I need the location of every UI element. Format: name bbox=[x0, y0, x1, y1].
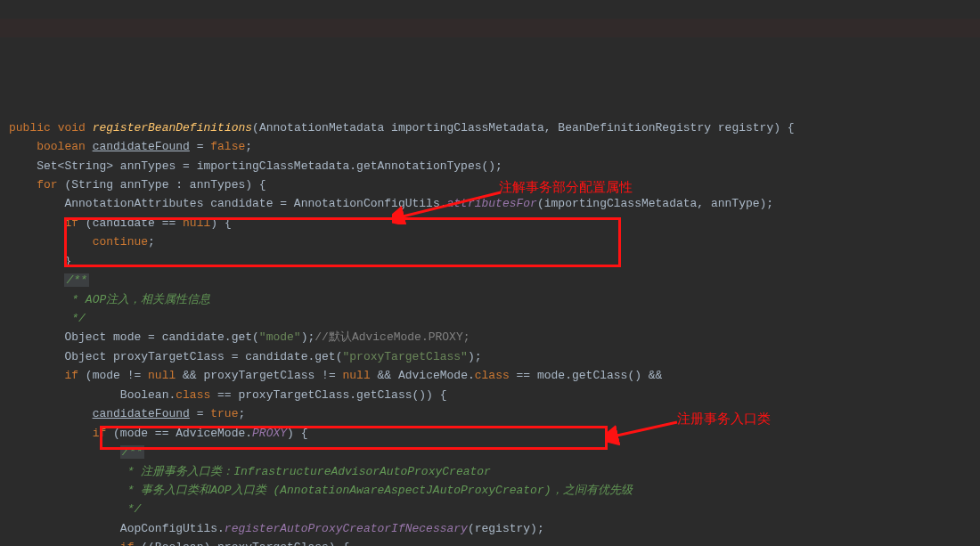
kw-public: public bbox=[9, 121, 51, 134]
kw-for: for bbox=[37, 178, 57, 192]
doc-start: /** bbox=[64, 273, 88, 287]
line-anntypes: Set<String> annTypes = importingClassMet… bbox=[37, 159, 502, 173]
kw-boolean: boolean bbox=[37, 140, 86, 153]
method-name: registerBeanDefinitions bbox=[93, 121, 252, 134]
kw-void: void bbox=[58, 121, 86, 134]
annotation-label-1: 注解事务部分配置属性 bbox=[499, 176, 633, 199]
annotation-label-2: 注册事务入口类 bbox=[677, 408, 771, 430]
line-mode: Object mode = candidate.get( bbox=[64, 330, 258, 344]
highlight-row bbox=[0, 19, 980, 37]
line-proxytarget: Object proxyTargetClass = candidate.get( bbox=[64, 350, 342, 363]
kw-if: if bbox=[64, 216, 78, 230]
method-params: (AnnotationMetadata importingClassMetada… bbox=[252, 121, 795, 134]
code-block: public void registerBeanDefinitions(Anno… bbox=[9, 118, 980, 546]
kw-continue: continue bbox=[93, 235, 148, 249]
doc-line: * AOP注入，相关属性信息 bbox=[64, 293, 210, 306]
var-candidateFound: candidateFound bbox=[93, 140, 190, 153]
